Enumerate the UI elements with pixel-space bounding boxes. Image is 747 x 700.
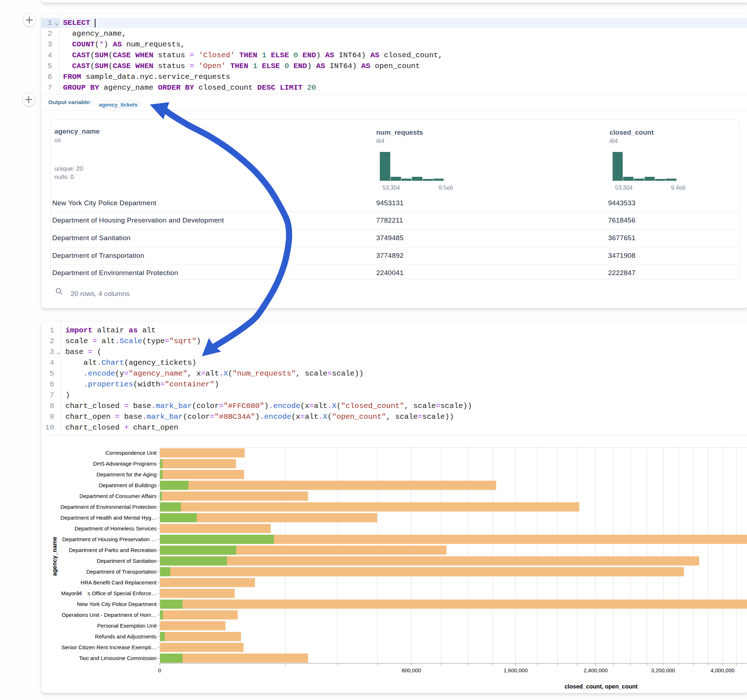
- svg-text:Personal Exemption Unit: Personal Exemption Unit: [97, 622, 157, 628]
- svg-text:Department for the Aging: Department for the Aging: [97, 471, 157, 477]
- svg-text:closed_count, open_count: closed_count, open_count: [565, 683, 638, 689]
- svg-text:Refunds and Adjustments: Refunds and Adjustments: [95, 633, 157, 639]
- svg-text:Department of Homeless Service: Department of Homeless Services: [75, 525, 157, 531]
- svg-text:Department of Buildings: Department of Buildings: [99, 482, 156, 488]
- svg-text:DHS Advantage Programs: DHS Advantage Programs: [93, 460, 157, 466]
- svg-text:Senior Citizen Rent Increase E: Senior Citizen Rent Increase Exempti…: [61, 644, 156, 650]
- svg-text:Department of Consumer Affairs: Department of Consumer Affairs: [80, 493, 157, 499]
- svg-text:New York City Police Departmen: New York City Police Department: [77, 600, 157, 607]
- svg-text:800,000: 800,000: [401, 667, 421, 673]
- svg-text:4,000,000: 4,000,000: [711, 667, 735, 673]
- svg-text:Department of Environmental Pr: Department of Environmental Protection: [60, 503, 157, 510]
- svg-text:2,400,000: 2,400,000: [584, 667, 608, 673]
- svg-text:Department of Transportation: Department of Transportation: [86, 568, 156, 574]
- svg-text:Department of Housing Preserva: Department of Housing Preservation …: [62, 536, 157, 542]
- svg-text:Department of Health and Menta: Department of Health and Mental Hyg…: [60, 514, 157, 520]
- svg-text:0: 0: [158, 667, 161, 673]
- svg-text:Department of Parks and Recrea: Department of Parks and Recreation: [69, 547, 156, 553]
- svg-text:Department of Sanitation: Department of Sanitation: [97, 557, 157, 564]
- svg-text:1,600,000: 1,600,000: [504, 667, 528, 673]
- svg-text:agency_name: agency_name: [51, 537, 57, 576]
- svg-text:Operations Unit - Department o: Operations Unit - Department of Hom…: [62, 611, 156, 617]
- svg-text:Taxi and Limousine Commission: Taxi and Limousine Commission: [79, 655, 156, 661]
- svg-text:Mayorâ€ s Office of Special En: Mayorâ€ s Office of Special Enforce…: [61, 590, 157, 596]
- svg-text:HRA Benefit Card Replacement: HRA Benefit Card Replacement: [81, 579, 157, 585]
- svg-text:3,200,000: 3,200,000: [651, 667, 675, 673]
- svg-text:Correspondence Unit: Correspondence Unit: [106, 450, 157, 456]
